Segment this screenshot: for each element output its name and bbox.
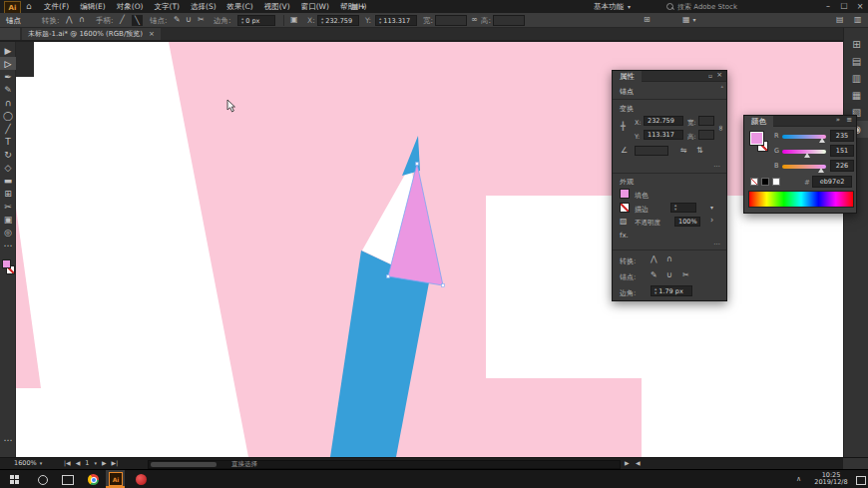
hand-tool[interactable]: ▣ bbox=[0, 213, 16, 226]
cut-path-icon[interactable]: ✂ bbox=[682, 271, 689, 279]
stepper-icon[interactable]: ▴▾ bbox=[321, 17, 323, 25]
tab-close-icon[interactable]: × bbox=[149, 31, 155, 38]
more-options[interactable]: ... bbox=[713, 239, 720, 246]
stock-search[interactable]: 搜索 Adobe Stock bbox=[666, 2, 796, 11]
red-slider-handle[interactable] bbox=[819, 138, 825, 143]
scroll-right-button[interactable]: ▶ bbox=[625, 460, 630, 466]
cut-path-icon[interactable]: ✂ bbox=[198, 16, 205, 24]
home-icon[interactable]: ⌂ bbox=[26, 2, 32, 11]
remove-anchor-icon[interactable]: ✎ bbox=[174, 16, 181, 24]
show-hidden-icons-chevron[interactable]: ∧ bbox=[796, 476, 801, 483]
line-tool[interactable]: ╱ bbox=[0, 122, 16, 135]
menu-object[interactable]: 对象(O) bbox=[117, 2, 144, 12]
pencil-tool[interactable]: ✎ bbox=[0, 83, 16, 96]
stroke-units-dropdown-icon[interactable]: ▾ bbox=[710, 205, 713, 211]
width-input[interactable] bbox=[435, 15, 467, 26]
blue-value-input[interactable]: 226 bbox=[830, 160, 854, 172]
convert-corner-icon[interactable]: ⋀ bbox=[651, 255, 657, 263]
blue-slider-handle[interactable] bbox=[818, 168, 824, 173]
panel-options-icon[interactable]: ▤ bbox=[836, 16, 844, 24]
menu-select[interactable]: 选择(S) bbox=[191, 2, 217, 12]
rectangle-tool[interactable]: ▬ bbox=[0, 174, 16, 187]
previous-artboard-button[interactable]: ◀ bbox=[76, 460, 81, 466]
y-input[interactable]: ▴▾ 113.317 bbox=[375, 15, 417, 26]
artboards-panel-icon[interactable]: ▤ bbox=[844, 53, 868, 70]
direct-selection-tool[interactable]: ▷ bbox=[0, 57, 16, 70]
angle-input[interactable] bbox=[635, 146, 668, 156]
panel-menu-icon[interactable]: ≡ bbox=[846, 117, 852, 124]
task-view-icon[interactable] bbox=[62, 475, 74, 485]
free-transform-icon[interactable]: ⊞ bbox=[644, 16, 651, 24]
width-input[interactable] bbox=[698, 116, 714, 126]
align-dropdown[interactable]: ▦ ▾ bbox=[682, 16, 696, 24]
corner-input[interactable]: ▴▾ 0 px bbox=[237, 15, 275, 26]
selection-tool[interactable]: ▶ bbox=[0, 44, 16, 57]
shaper-tool[interactable]: ◇ bbox=[0, 161, 16, 174]
rotate-tool[interactable]: ↻ bbox=[0, 148, 16, 161]
transform-panel-icon[interactable]: ⊞ bbox=[844, 36, 868, 53]
scroll-left-button[interactable]: ◀ bbox=[636, 460, 641, 466]
height-input[interactable] bbox=[493, 15, 525, 26]
menu-window[interactable]: 窗口(W) bbox=[301, 2, 329, 12]
height-input[interactable] bbox=[698, 130, 714, 140]
artboard-number[interactable]: 1 bbox=[85, 459, 89, 467]
next-artboard-button[interactable]: ▶ bbox=[102, 460, 107, 466]
zoom-control[interactable]: 1600% ▾ bbox=[14, 459, 42, 467]
illustrator-taskbar-button[interactable]: Ai bbox=[106, 470, 125, 488]
hide-handles-icon[interactable]: ╲ bbox=[132, 15, 143, 26]
menu-edit[interactable]: 编辑(E) bbox=[80, 2, 106, 12]
gradient-panel-icon[interactable]: ▦ bbox=[844, 87, 868, 104]
red-app-icon[interactable] bbox=[136, 474, 147, 485]
chrome-icon[interactable] bbox=[88, 474, 99, 485]
type-tool[interactable]: T bbox=[0, 135, 16, 148]
convert-corner-icon[interactable]: ⋀ bbox=[66, 16, 73, 24]
flip-vertical-icon[interactable]: ⇅ bbox=[696, 147, 703, 155]
white-swatch[interactable] bbox=[772, 178, 780, 186]
hex-input[interactable]: eb97e2 bbox=[812, 176, 852, 188]
color-spectrum-bar[interactable] bbox=[748, 191, 854, 208]
more-options[interactable]: ... bbox=[713, 161, 720, 169]
scrollbar-thumb[interactable] bbox=[151, 462, 217, 467]
menu-type[interactable]: 文字(T) bbox=[155, 2, 180, 12]
menu-effect[interactable]: 效果(C) bbox=[227, 2, 253, 12]
flip-horizontal-icon[interactable]: ⇋ bbox=[680, 147, 687, 155]
reference-point-icon[interactable]: ╋ bbox=[621, 123, 626, 131]
stepper-icon[interactable]: ▴▾ bbox=[674, 204, 676, 212]
black-swatch[interactable] bbox=[761, 178, 769, 186]
tab-color[interactable]: 颜色 bbox=[744, 116, 773, 127]
green-slider-handle[interactable] bbox=[804, 153, 810, 158]
stepper-icon[interactable]: ▴▾ bbox=[241, 17, 243, 25]
fill-color-swatch[interactable] bbox=[2, 259, 11, 268]
y-input[interactable]: 113.317 bbox=[644, 130, 683, 140]
more-tools-button[interactable]: ⋯ bbox=[0, 239, 16, 251]
collapse-panel-icon[interactable]: ▫ bbox=[708, 73, 712, 79]
convert-smooth-icon[interactable]: ∩ bbox=[666, 255, 672, 263]
menu-file[interactable]: 文件(F) bbox=[44, 2, 69, 12]
workspace-switcher[interactable]: 基本功能 ▾ bbox=[594, 0, 631, 13]
close-button[interactable]: × bbox=[852, 0, 868, 13]
drawing-modes-button[interactable]: ⋯ bbox=[0, 433, 16, 446]
libraries-panel-icon[interactable]: ▥ bbox=[844, 70, 868, 87]
dock-options-icon[interactable]: ▥ bbox=[854, 16, 862, 24]
chevron-down-icon[interactable]: ▾ bbox=[94, 461, 97, 466]
collapse-panel-icon[interactable]: » bbox=[836, 117, 840, 124]
menu-view[interactable]: 视图(V) bbox=[264, 2, 290, 12]
close-panel-icon[interactable]: × bbox=[716, 72, 722, 79]
notification-center-icon[interactable] bbox=[856, 476, 866, 485]
connect-anchor-icon[interactable]: ∪ bbox=[186, 16, 192, 24]
last-artboard-button[interactable]: ▶| bbox=[112, 460, 119, 466]
curvature-tool[interactable]: ∩ bbox=[0, 96, 16, 109]
first-artboard-button[interactable]: |◀ bbox=[64, 460, 71, 466]
effects-button[interactable]: fx. bbox=[620, 232, 629, 240]
arrange-documents-button[interactable]: ▦ ▾ bbox=[351, 0, 365, 13]
green-value-input[interactable]: 151 bbox=[830, 145, 854, 157]
fill-proxy-swatch[interactable] bbox=[750, 132, 763, 145]
cortana-icon[interactable] bbox=[38, 475, 48, 485]
document-tab[interactable]: 未标题-1.ai* @ 1600% (RGB/预览) × bbox=[22, 28, 161, 40]
ellipse-tool[interactable]: ◯ bbox=[0, 109, 16, 122]
isolate-icon[interactable]: ▣ bbox=[290, 16, 298, 24]
horizontal-scrollbar[interactable] bbox=[148, 460, 621, 469]
scroll-up-icon[interactable]: ▴ bbox=[720, 84, 723, 89]
pen-tool[interactable]: ✒ bbox=[0, 70, 16, 83]
link-dimensions-icon[interactable]: ∞ bbox=[716, 125, 724, 132]
